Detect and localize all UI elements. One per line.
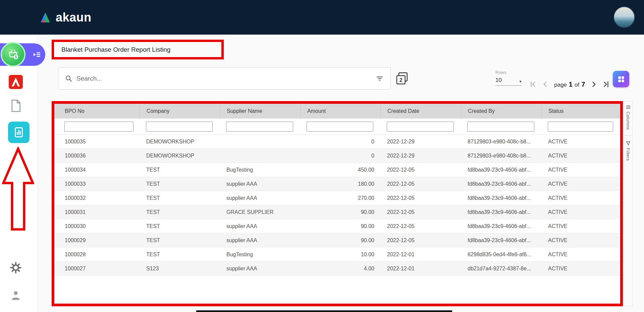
table-row[interactable]: 1000034TESTBugTesting450.002022-12-05fd8… — [54, 163, 620, 177]
cell-created-date: 2022-12-05 — [380, 195, 461, 201]
cell-status: ACTIVE — [541, 139, 620, 145]
sidebar-item-document[interactable] — [8, 98, 23, 113]
filter-cell-supplier-name — [220, 119, 300, 135]
last-page-icon[interactable] — [602, 80, 610, 89]
cell-bpo-no: 1000029 — [54, 237, 140, 243]
cell-company: TEST — [140, 252, 220, 258]
columns-panel-toggle[interactable]: Columns — [626, 101, 631, 133]
cell-company: TEST — [140, 237, 220, 243]
pagination: page 1 of 7 — [529, 79, 610, 90]
table-row[interactable]: 1000033TESTsupplier AAA180.002022-12-05f… — [54, 177, 620, 191]
cell-supplier-name: supplier AAA — [220, 223, 300, 229]
cell-company: DEMOWORKSHOP — [140, 153, 220, 159]
cell-supplier-name: BugTesting — [220, 252, 300, 258]
table-annotation-box: BPO NoCompanySupplier NameAmountCreated … — [52, 101, 623, 306]
page-label: page — [554, 82, 567, 88]
column-filter-input-supplier-name[interactable] — [226, 122, 293, 132]
column-header-created-date[interactable]: Created Date — [380, 104, 461, 119]
cell-created-by: fd8baa39-23c9-4606-abf... — [461, 209, 541, 215]
cell-created-by: fd8baa39-23c9-4606-abf... — [461, 181, 541, 187]
cell-supplier-name: supplier AAA — [220, 237, 300, 243]
filters-icon — [626, 141, 631, 146]
sidebar-item-profile[interactable] — [8, 288, 23, 303]
cell-status: ACTIVE — [541, 167, 620, 173]
column-header-status[interactable]: Status — [541, 104, 620, 119]
sidebar-item-pdf[interactable] — [8, 75, 23, 89]
cell-status: ACTIVE — [541, 153, 620, 159]
table-row[interactable]: 1000031TESTGRACE SUPPLIER90.002022-12-05… — [54, 205, 620, 219]
table-filter-row — [54, 119, 620, 135]
sidebar-toggle-icon[interactable] — [32, 50, 41, 59]
next-page-icon[interactable] — [590, 80, 598, 89]
search-bar — [58, 67, 391, 90]
panel-divider — [624, 135, 632, 136]
cell-amount: 90.00 — [300, 237, 380, 243]
bpo-report-table: BPO NoCompanySupplier NameAmountCreated … — [54, 104, 620, 276]
cell-bpo-no: 1000033 — [54, 181, 140, 187]
cell-status: ACTIVE — [541, 252, 620, 258]
cell-company: TEST — [140, 181, 220, 187]
table-row[interactable]: 1000028TESTBugTesting10.002022-12-016298… — [54, 248, 620, 262]
cell-created-date: 2022-12-05 — [380, 167, 461, 173]
rows-per-page-select[interactable]: 10 ▾ — [495, 77, 522, 86]
filter-cell-bpo-no — [54, 119, 140, 135]
cell-amount: 10.00 — [300, 252, 380, 258]
svg-text:$: $ — [15, 55, 17, 59]
cell-amount: 90.00 — [300, 209, 380, 215]
person-icon — [10, 289, 21, 301]
column-filter-input-amount[interactable] — [307, 122, 373, 132]
report-chart-icon — [13, 126, 25, 138]
rows-per-page-value: 10 — [495, 77, 502, 84]
cell-created-by: 87129803-e980-408c-b8... — [461, 153, 541, 159]
sidebar-item-report-listing[interactable] — [8, 122, 30, 143]
avatar[interactable] — [613, 6, 635, 28]
column-filter-input-bpo-no[interactable] — [64, 122, 133, 132]
pages-count-icon[interactable]: 2 — [395, 72, 409, 86]
column-header-bpo-no[interactable]: BPO No — [54, 104, 140, 119]
table-row[interactable]: 1000035DEMOWORKSHOP02022-12-2987129803-e… — [54, 135, 620, 149]
column-header-supplier-name[interactable]: Supplier Name — [220, 104, 300, 119]
filter-cell-amount — [300, 119, 380, 135]
column-header-amount[interactable]: Amount — [300, 104, 380, 119]
cell-amount: 4.00 — [300, 266, 380, 272]
prev-page-icon[interactable] — [541, 80, 549, 89]
column-filter-input-created-date[interactable] — [387, 122, 454, 132]
column-filter-input-created-by[interactable] — [467, 122, 534, 132]
cell-company: TEST — [140, 209, 220, 215]
column-filter-input-status[interactable] — [548, 122, 613, 132]
svg-text:2: 2 — [399, 77, 402, 83]
cell-company: TEST — [140, 195, 220, 201]
table-row[interactable]: 1000027S123supplier AAA4.002022-12-01db2… — [54, 262, 620, 276]
column-header-created-by[interactable]: Created By — [461, 104, 541, 119]
pdf-icon — [9, 75, 23, 89]
table-row[interactable]: 1000036DEMOWORKSHOP02022-12-2987129803-e… — [54, 149, 620, 163]
grid-view-button[interactable] — [613, 71, 629, 87]
first-page-icon[interactable] — [529, 80, 537, 89]
filters-panel-toggle[interactable]: Filters — [626, 138, 631, 164]
filter-funnel-icon[interactable] — [376, 75, 384, 83]
column-filter-input-company[interactable] — [146, 122, 213, 132]
app-window: akaun $ — [0, 0, 644, 312]
annotation-arrow — [2, 147, 34, 231]
cell-bpo-no: 1000032 — [54, 195, 140, 201]
cell-supplier-name: supplier AAA — [220, 195, 300, 201]
column-header-company[interactable]: Company — [140, 104, 220, 119]
purchasing-module-icon[interactable]: $ — [1, 42, 25, 67]
cell-company: DEMOWORKSHOP — [140, 139, 220, 145]
table-row[interactable]: 1000030TESTsupplier AAA90.002022-12-05fd… — [54, 219, 620, 233]
cell-company: TEST — [140, 223, 220, 229]
filters-panel-label: Filters — [626, 148, 631, 161]
table-row[interactable]: 1000029TESTsupplier AAA90.002022-12-05fd… — [54, 233, 620, 248]
sidebar-item-settings[interactable] — [8, 260, 23, 275]
cell-created-by: fd8baa39-23c9-4606-abf... — [461, 167, 541, 173]
table-row[interactable]: 1000032TESTsupplier AAA270.002022-12-05f… — [54, 191, 620, 205]
document-icon — [10, 99, 21, 113]
cell-status: ACTIVE — [541, 209, 620, 215]
search-input[interactable] — [76, 75, 372, 82]
cell-bpo-no: 1000031 — [54, 209, 140, 215]
table-side-panel: Columns Filters — [624, 101, 633, 306]
logo-triangle-icon — [39, 12, 52, 23]
cell-bpo-no: 1000030 — [54, 223, 140, 229]
logo[interactable]: akaun — [39, 0, 92, 35]
cell-status: ACTIVE — [541, 266, 620, 272]
